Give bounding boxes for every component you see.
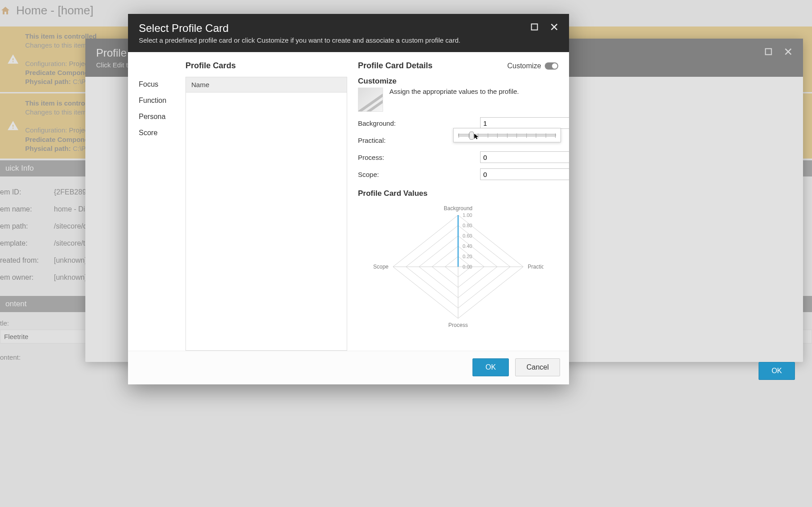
sidebar-tab-function[interactable]: Function [139,97,182,105]
profile-cards-heading: Profile Cards [185,61,347,71]
axis-background: Background [444,205,472,212]
svg-text:1.00: 1.00 [463,212,472,218]
dialog-select-profile-card: Select Profile Card Select a predefined … [128,14,569,384]
sidebar-tab-focus[interactable]: Focus [139,80,182,88]
customize-desc: Assign the appropriate values to the pro… [389,88,519,95]
profile-cards-table: Name [185,77,347,351]
svg-rect-1 [531,24,537,30]
scope-combo[interactable] [480,168,558,180]
field-label-scope: Scope: [358,171,379,178]
radar-chart: Background Practical Process Scope 1.00 … [358,202,558,327]
axis-practical: Practical [528,264,543,270]
scope-input[interactable] [480,168,569,180]
customize-block-title: Customize [358,77,558,86]
table-body-empty [186,93,347,350]
svg-text:0.20: 0.20 [463,254,472,259]
maximize-icon[interactable] [529,21,540,33]
background-input[interactable] [480,117,569,129]
slider-thumb[interactable] [469,132,474,140]
sidebar-tab-score[interactable]: Score [139,129,182,137]
profile-thumbnail [358,88,383,112]
customize-toggle[interactable] [545,62,558,70]
profile-values-heading: Profile Card Values [358,189,558,198]
field-label-process: Process: [358,154,384,161]
dialog2-ok-button[interactable]: OK [759,362,795,380]
sidebar-tab-persona[interactable]: Persona [139,113,182,121]
axis-process: Process [448,322,468,327]
dialog-subtitle: Select a predefined profile card or clic… [139,36,558,44]
ok-button[interactable]: OK [472,358,509,376]
table-header-name[interactable]: Name [186,77,347,93]
details-heading: Profile Card Details [358,61,432,71]
close-icon[interactable] [548,21,560,33]
practical-slider-popup [453,128,561,142]
dialog-title: Select Profile Card [139,22,558,35]
background-combo[interactable]: ••• [480,117,558,129]
axis-scope: Scope [373,264,388,270]
svg-text:0.60: 0.60 [463,233,472,238]
svg-text:0.80: 0.80 [463,223,472,228]
field-label-background: Background: [358,119,396,127]
field-label-practical: Practical: [358,137,386,144]
customize-label: Customize [507,62,541,70]
svg-text:0.40: 0.40 [463,243,472,249]
practical-slider[interactable] [458,134,556,137]
process-combo[interactable] [480,151,558,163]
cancel-button[interactable]: Cancel [515,358,560,376]
process-input[interactable] [480,151,569,163]
svg-text:0.00: 0.00 [463,264,472,269]
